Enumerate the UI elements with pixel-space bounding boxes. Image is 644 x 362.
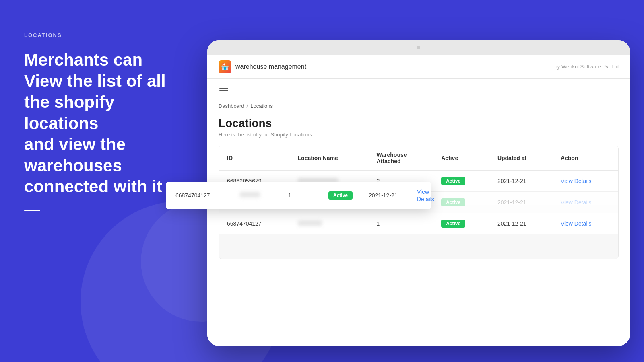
breadcrumb-current: Locations — [250, 103, 273, 109]
row1-updated: 2021-12-21 — [489, 171, 553, 192]
hamburger-line-2 — [219, 88, 228, 89]
brand-icon: 🏪 — [219, 60, 231, 73]
row3-active: Active — [433, 213, 489, 234]
col-action: Action — [553, 146, 618, 171]
col-id: ID — [219, 146, 290, 171]
active-badge: Active — [441, 177, 465, 185]
row2-action[interactable]: View Details — [553, 192, 618, 213]
device-area: 🏪 warehouse management by Webkul Softwar… — [193, 0, 644, 362]
brand-name: warehouse management — [235, 63, 306, 70]
col-updated-at: Updated at — [489, 146, 553, 171]
section-label: LOCATIONS — [24, 32, 173, 38]
app-header: 🏪 warehouse management by Webkul Softwar… — [207, 55, 630, 79]
floating-id: 66874704127 — [175, 192, 240, 199]
row1-active: Active — [433, 171, 489, 192]
device-top-bar — [207, 40, 630, 55]
row2-active: Active — [433, 192, 489, 213]
active-badge-3: Active — [441, 220, 465, 228]
floating-active: Active — [328, 191, 369, 200]
main-description: Merchants can View the list of all the s… — [24, 49, 173, 197]
col-active: Active — [433, 146, 489, 171]
row3-id: 66874704127 — [219, 213, 290, 234]
row2-updated: 2021-12-21 — [489, 192, 553, 213]
floating-action[interactable]: View Details — [417, 188, 434, 203]
view-details-link-2[interactable]: View Details — [561, 199, 592, 206]
view-details-link-1[interactable]: View Details — [561, 178, 592, 184]
app-brand: 🏪 warehouse management — [219, 60, 306, 73]
blurred-location-3 — [298, 220, 322, 226]
row3-action[interactable]: View Details — [553, 213, 618, 234]
hamburger-line-1 — [219, 86, 228, 86]
table-empty-row — [219, 234, 618, 259]
accent-line — [24, 210, 40, 211]
row1-action[interactable]: View Details — [553, 171, 618, 192]
floating-view-details[interactable]: View Details — [417, 189, 434, 202]
table-row: 66874704127 1 Active 2021-12-21 — [219, 213, 618, 234]
view-details-link-3[interactable]: View Details — [561, 220, 592, 227]
row3-location — [290, 213, 369, 234]
left-panel: LOCATIONS Merchants can View the list of… — [0, 0, 197, 362]
breadcrumb-home[interactable]: Dashboard — [219, 103, 244, 109]
table-header-row: ID Location Name WarehouseAttached Activ… — [219, 146, 618, 171]
by-webkul: by Webkul Software Pvt Ltd — [555, 64, 619, 70]
content-area: Locations Here is the list of your Shopi… — [207, 109, 630, 346]
floating-row-highlight: 66874704127 1 Active 2021-12-21 View Det… — [166, 182, 431, 209]
col-location-name: Location Name — [290, 146, 369, 171]
device-dot — [417, 46, 420, 49]
row3-updated: 2021-12-21 — [489, 213, 553, 234]
active-badge-2: Active — [441, 198, 465, 206]
hamburger-line-3 — [219, 90, 228, 91]
floating-warehouse: 1 — [288, 192, 328, 199]
app-nav — [207, 79, 630, 98]
col-warehouse-attached: WarehouseAttached — [369, 146, 433, 171]
floating-location — [240, 192, 288, 199]
floating-badge: Active — [328, 191, 353, 200]
page-subtitle: Here is the list of your Shopify Locatio… — [219, 132, 619, 138]
row3-warehouse: 1 — [369, 213, 433, 234]
breadcrumb-separator: / — [247, 103, 248, 109]
breadcrumb: Dashboard / Locations — [207, 98, 630, 109]
page-title: Locations — [219, 117, 619, 130]
floating-updated: 2021-12-21 — [369, 192, 417, 199]
hamburger-menu[interactable] — [217, 83, 231, 94]
